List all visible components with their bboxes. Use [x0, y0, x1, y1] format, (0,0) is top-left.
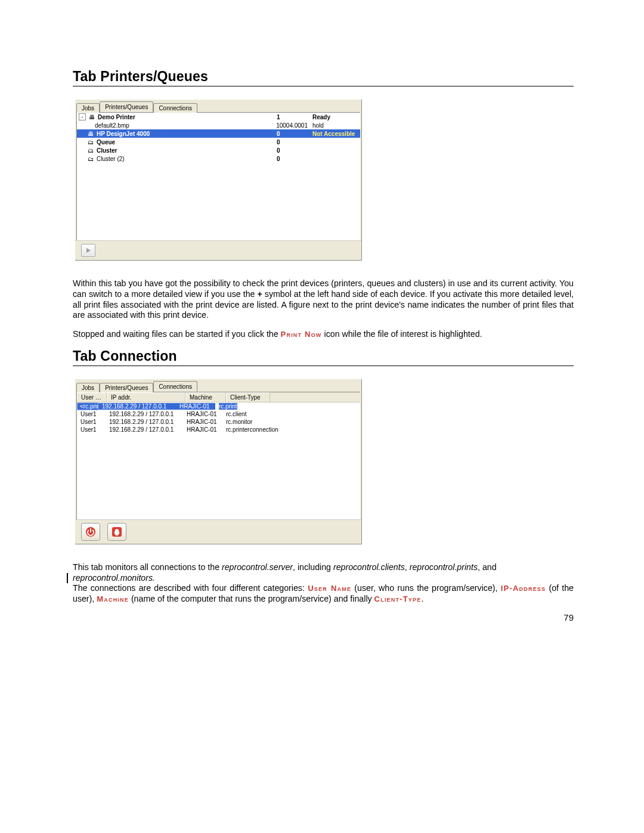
cell-user: <rc.print> — [77, 402, 98, 410]
cell-client: rc.client — [222, 411, 301, 417]
heading-printers-queues: Tab Printers/Queues — [73, 69, 574, 86]
tree-row-cluster[interactable]: 🗂 Cluster 0 — [77, 146, 360, 154]
column-header-machine[interactable]: Machine — [185, 392, 226, 402]
tree-row-demo-printer[interactable]: - 🖶 Demo Printer 1 Ready — [77, 113, 360, 121]
connections-header-row: User … IP addr. Machine Client-Type — [77, 392, 360, 402]
cell-user: User1 — [77, 411, 106, 417]
play-icon — [85, 247, 91, 253]
cluster-icon: 🗂 — [86, 147, 95, 154]
tree-row-status: Not Accessible — [312, 131, 360, 137]
product-name: reprocontrol.prints — [410, 562, 478, 572]
printers-description: Within this tab you have got the possibi… — [73, 278, 574, 340]
cell-client: rc.print — [219, 403, 237, 410]
printer-icon: 🖶 — [88, 114, 96, 120]
cluster-icon: 🗂 — [86, 156, 95, 162]
cell-ip: 192.168.2.29 / 127.0.0.1 — [98, 403, 176, 410]
page-number: 79 — [564, 612, 574, 623]
printers-para-1: Within this tab you have got the possibi… — [73, 278, 574, 321]
hand-icon — [112, 527, 122, 537]
printers-tree[interactable]: - 🖶 Demo Printer 1 Ready default2.bmp 10… — [77, 113, 360, 240]
tree-row-name: Cluster (2) — [97, 156, 277, 162]
category-user-name: User Name — [308, 584, 351, 593]
cell-machine: HRAJIC-01 — [183, 419, 222, 425]
tree-row-name: Queue — [97, 139, 277, 145]
connections-tabstrip: Jobs Printers/Queues Connections — [75, 379, 361, 392]
connections-panel-footer — [75, 519, 361, 544]
category-client-type: Client-Type — [374, 594, 422, 603]
change-bar-icon — [67, 573, 68, 584]
text-span: This tab monitors all connections to the — [73, 562, 222, 572]
tree-row-status: hold — [312, 122, 360, 129]
heading-connection: Tab Connection — [73, 348, 574, 366]
svg-marker-0 — [86, 248, 91, 253]
cell-client: rc.monitor — [222, 419, 301, 425]
text-span: , including — [293, 562, 333, 572]
expander-icon[interactable]: - — [79, 113, 86, 120]
hand-button[interactable] — [107, 523, 126, 541]
conn-row[interactable]: User1 192.168.2.29 / 127.0.0.1 HRAJIC-01… — [77, 426, 360, 433]
tree-row-value: 0 — [277, 156, 312, 162]
conn-row[interactable]: <rc.print> 192.168.2.29 / 127.0.0.1 HRAJ… — [77, 402, 360, 410]
category-ip-address: IP-Address — [501, 584, 546, 593]
tree-row-value: 0 — [277, 147, 312, 154]
cell-ip: 192.168.2.29 / 127.0.0.1 — [106, 411, 183, 417]
tab-connections[interactable]: Connections — [153, 103, 197, 113]
queue-icon: 🗂 — [86, 139, 95, 145]
text-span: (user, who runs the program/service), — [351, 583, 501, 593]
text-span: Stopped and waiting files can be started… — [73, 329, 281, 339]
cell-machine: HRAJIC-01 — [183, 426, 222, 433]
tree-row-hp-designjet[interactable]: 🖶 HP DesignJet 4000 0 Not Accessible — [77, 129, 360, 138]
plus-symbol: + — [258, 289, 262, 299]
cell-ip: 192.168.2.29 / 127.0.0.1 — [106, 426, 183, 433]
print-now-button[interactable] — [81, 244, 95, 257]
column-header-ip[interactable]: IP addr. — [107, 392, 185, 402]
tree-row-cluster-2[interactable]: 🗂 Cluster (2) 0 — [77, 154, 360, 163]
cell-ip: 192.168.2.29 / 127.0.0.1 — [106, 419, 183, 425]
printer-icon: 🖶 — [86, 131, 95, 137]
text-span: (name of the computer that runs the prog… — [129, 594, 374, 603]
tab-printers-queues[interactable]: Printers/Queues — [100, 101, 153, 112]
tree-row-name: Demo Printer — [98, 114, 277, 120]
tree-row-queue[interactable]: 🗂 Queue 0 — [77, 138, 360, 146]
connections-list[interactable]: <rc.print> 192.168.2.29 / 127.0.0.1 HRAJ… — [77, 402, 360, 519]
connections-para-1: This tab monitors all connections to the… — [73, 562, 574, 573]
tree-row-default2bmp[interactable]: default2.bmp 10004.0001 hold — [77, 121, 360, 129]
tab-printers-queues[interactable]: Printers/Queues — [100, 383, 153, 392]
tree-row-name: HP DesignJet 4000 — [97, 131, 277, 137]
conn-row[interactable]: User1 192.168.2.29 / 127.0.0.1 HRAJIC-01… — [77, 410, 360, 418]
text-span: , — [405, 562, 410, 572]
tree-row-name: default2.bmp — [77, 122, 272, 129]
tab-connections[interactable]: Connections — [153, 381, 197, 392]
column-header-client-type[interactable]: Client-Type — [226, 392, 270, 402]
connections-panel: Jobs Printers/Queues Connections User … … — [75, 379, 362, 544]
printers-panel-footer — [75, 240, 361, 260]
printers-para-2: Stopped and waiting files can be started… — [73, 329, 574, 340]
connections-para-2: The connections are described with four … — [73, 583, 574, 605]
cell-client: rc.printerconnection — [222, 426, 301, 433]
tab-jobs[interactable]: Jobs — [76, 103, 100, 113]
cell-machine: HRAJIC-01 — [183, 411, 222, 417]
text-span: , and — [478, 562, 497, 572]
tree-row-value: 0 — [277, 131, 312, 137]
tree-row-status: Ready — [312, 114, 360, 120]
tree-row-value: 10004.0001 — [272, 122, 312, 129]
tree-row-name: Cluster — [97, 147, 277, 154]
category-machine: Machine — [97, 594, 129, 603]
text-span: The connections are described with four … — [73, 583, 308, 593]
power-icon — [85, 527, 96, 537]
printers-tabstrip: Jobs Printers/Queues Connections — [75, 100, 361, 112]
product-name: reprocontrol.monitors. — [73, 573, 574, 584]
connections-description: This tab monitors all connections to the… — [73, 562, 574, 605]
printers-panel: Jobs Printers/Queues Connections - 🖶 Dem… — [75, 100, 362, 261]
power-button[interactable] — [81, 523, 100, 541]
tree-row-value: 0 — [277, 139, 312, 145]
change-bar-line: reprocontrol.monitors. — [73, 573, 574, 584]
cell-user: User1 — [77, 419, 106, 425]
cell-machine: HRAJIC-01 — [176, 403, 215, 410]
column-header-user[interactable]: User … — [77, 392, 107, 402]
tab-jobs[interactable]: Jobs — [76, 383, 100, 392]
conn-row[interactable]: User1 192.168.2.29 / 127.0.0.1 HRAJIC-01… — [77, 418, 360, 426]
cell-user: User1 — [77, 426, 106, 433]
tree-row-value: 1 — [277, 114, 312, 120]
print-now-smallcaps: Print Now — [281, 330, 322, 339]
